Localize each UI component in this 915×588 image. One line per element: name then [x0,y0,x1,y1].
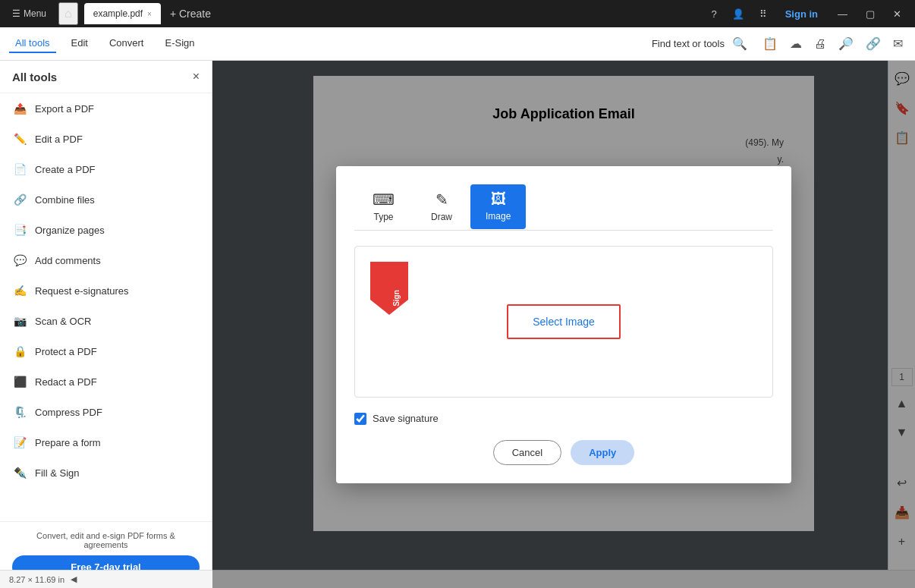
request-icon: ✍️ [12,283,27,298]
sidebar-item-redact[interactable]: ⬛ Redact a PDF [0,366,212,397]
sidebar-item-label: Create a PDF [35,164,95,175]
save-signature-row: Save signature [354,413,773,425]
tab-all-tools[interactable]: All tools [9,34,56,53]
prepare-icon: 📝 [12,435,27,450]
apply-button[interactable]: Apply [571,440,634,465]
sidebar-item-comments[interactable]: 💬 Add comments [0,245,212,275]
type-icon: ⌨ [373,190,395,209]
tab-image[interactable]: 🖼 Image [470,184,526,229]
minimize-button[interactable]: — [830,5,855,23]
tab-close-button[interactable]: × [147,10,152,18]
sidebar-item-label: Prepare a form [35,437,101,448]
sidebar-item-fillsign[interactable]: ✒️ Fill & Sign [0,458,212,488]
tab-convert[interactable]: Convert [103,34,150,53]
sidebar-item-export[interactable]: 📤 Export a PDF [0,93,212,124]
tab-type[interactable]: ⌨ Type [354,184,413,230]
search-label: Find text or tools [652,38,725,49]
modal-buttons: Cancel Apply [354,440,773,465]
signature-modal: ⌨ Type ✎ Draw 🖼 Image [336,166,791,483]
svg-marker-0 [370,262,408,315]
modal-overlay: ⌨ Type ✎ Draw 🖼 Image [212,61,915,588]
tab-draw[interactable]: ✎ Draw [413,184,470,230]
tab-area: example.pdf × + Create [84,3,700,24]
print-button[interactable]: 🖨 [811,34,829,54]
adobe-logo: Sign [370,262,408,318]
sidebar-item-protect[interactable]: 🔒 Protect a PDF [0,336,212,366]
edit-icon: ✏️ [12,131,27,146]
sidebar-item-scan[interactable]: 📷 Scan & OCR [0,306,212,336]
new-tab-button[interactable]: + Create [164,6,217,21]
sidebar-item-compress[interactable]: 🗜️ Compress PDF [0,397,212,427]
maximize-button[interactable]: ▢ [858,5,882,23]
hamburger-icon: ☰ [12,8,20,19]
cloud-button[interactable]: ☁ [787,33,805,54]
home-button[interactable]: ⌂ [58,2,78,25]
sidebar-item-label: Fill & Sign [35,467,80,479]
new-tab-label: + Create [170,8,211,20]
comments-icon: 💬 [12,253,27,268]
page-dimensions: 8.27 × 11.69 in [9,575,64,584]
compress-icon: 🗜️ [12,404,27,420]
organize-icon: 📑 [12,222,27,237]
tab-esign[interactable]: E-Sign [159,34,200,53]
toolbar-icons: 📋 ☁ 🖨 🔎 🔗 ✉ [759,33,906,54]
tab-edit[interactable]: Edit [65,34,94,53]
search-area: Find text or tools 🔍 [652,33,750,54]
sidebar-item-edit[interactable]: ✏️ Edit a PDF [0,124,212,154]
redact-icon: ⬛ [12,374,27,389]
fillsign-icon: ✒️ [12,465,27,480]
menu-label: Menu [24,8,46,19]
apps-button[interactable]: ⠿ [753,5,773,23]
cancel-button[interactable]: Cancel [493,440,561,465]
svg-text:Sign: Sign [392,290,401,307]
sidebar-item-label: Redact a PDF [35,376,97,388]
sidebar: All tools × 📤 Export a PDF ✏️ Edit a PDF… [0,61,212,588]
sidebar-close-button[interactable]: × [193,70,200,83]
combine-icon: 🔗 [12,192,27,207]
sidebar-item-organize[interactable]: 📑 Organize pages [0,215,212,245]
sidebar-item-combine[interactable]: 🔗 Combine files [0,184,212,215]
sidebar-item-request[interactable]: ✍️ Request e-signatures [0,275,212,306]
pdf-tab[interactable]: example.pdf × [84,3,161,24]
sidebar-item-label: Protect a PDF [35,346,97,357]
sidebar-item-label: Combine files [35,194,95,206]
image-icon: 🖼 [491,190,506,208]
sidebar-item-label: Request e-signatures [35,285,129,297]
protect-icon: 🔒 [12,344,27,359]
account-button[interactable]: 👤 [726,5,750,23]
title-bar: ☰ Menu ⌂ example.pdf × + Create ? 👤 ⠿ Si… [0,0,915,27]
select-image-button[interactable]: Select Image [507,304,621,339]
sidebar-title: All tools [12,71,57,83]
content-area: Job Application Email (495) . My y. have… [212,61,915,588]
page-arrow-left[interactable]: ◀ [71,574,77,584]
main-layout: All tools × 📤 Export a PDF ✏️ Edit a PDF… [0,61,915,588]
link-button[interactable]: 🔗 [863,33,884,54]
sidebar-item-label: Export a PDF [35,103,94,115]
page-icon-button[interactable]: 📋 [759,33,781,54]
tab-title: example.pdf [93,8,143,19]
draw-icon: ✎ [435,190,448,209]
tab-draw-label: Draw [431,212,452,222]
sign-in-button[interactable]: Sign in [776,5,827,23]
help-button[interactable]: ? [705,5,722,23]
create-icon: 📄 [12,162,27,177]
export-icon: 📤 [12,101,27,116]
select-image-label: Select Image [533,316,595,328]
window-close-button[interactable]: ✕ [885,5,909,23]
sidebar-item-label: Edit a PDF [35,134,83,145]
email-button[interactable]: ✉ [890,33,906,54]
sidebar-item-label: Scan & OCR [35,316,91,327]
sidebar-footer-text: Convert, edit and e-sign PDF forms &agre… [12,531,200,549]
search-button[interactable]: 🔍 [729,33,750,54]
menu-button[interactable]: ☰ Menu [6,5,52,22]
save-signature-checkbox[interactable] [354,413,366,425]
sidebar-item-prepare[interactable]: 📝 Prepare a form [0,427,212,458]
tab-image-label: Image [486,211,511,222]
save-signature-label: Save signature [373,413,439,424]
sidebar-item-create[interactable]: 📄 Create a PDF [0,154,212,184]
scan-icon: 📷 [12,313,27,329]
modal-tabs: ⌨ Type ✎ Draw 🖼 Image [354,184,773,231]
zoom-button[interactable]: 🔎 [835,33,857,54]
modal-image-area: Sign Select Image [354,246,773,398]
tab-type-label: Type [373,212,393,222]
